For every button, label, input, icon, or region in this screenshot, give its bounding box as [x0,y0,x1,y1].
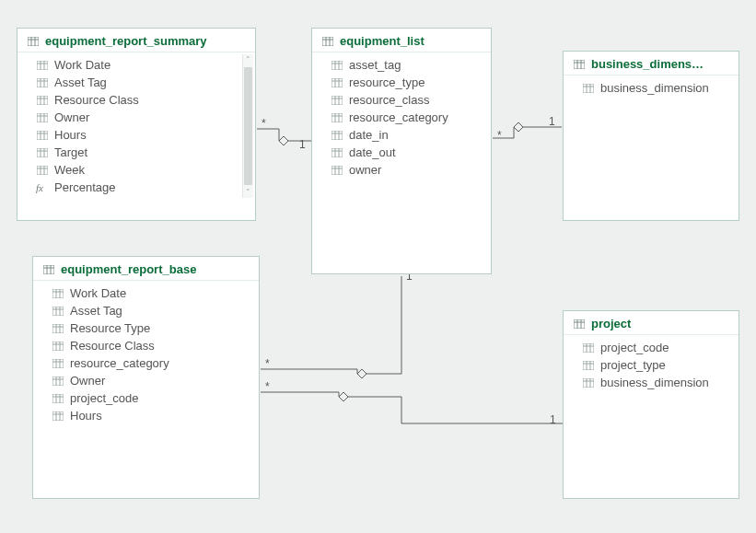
svg-rect-89 [52,342,64,351]
column-icon [36,60,49,71]
svg-rect-8 [37,78,48,87]
field-row[interactable]: Asset Tag [17,74,255,91]
scroll-thumb[interactable] [244,67,252,185]
svg-rect-0 [28,37,39,46]
column-icon [36,77,49,88]
column-icon [582,83,595,94]
field-row[interactable]: fxPercentage [17,179,255,196]
field-row[interactable]: resource_category [33,354,259,372]
field-row[interactable]: project_code [33,389,259,407]
field-row[interactable]: date_in [312,126,491,144]
field-label: Hours [70,409,102,423]
table-icon [573,319,586,330]
table-title: project [591,317,631,330]
svg-rect-69 [583,84,594,93]
field-list: ˄ ˅ Work DateAsset TagResource ClassOwne… [17,52,255,200]
card-one: 1 [299,138,306,151]
field-row[interactable]: Hours [17,126,255,144]
column-icon [36,112,49,123]
column-icon [52,323,64,334]
field-label: resource_class [349,93,429,107]
field-label: Asset Tag [54,75,107,89]
field-row[interactable]: owner [312,161,491,179]
svg-rect-41 [331,78,343,87]
table-equipment-list[interactable]: equipment_list asset_tagresource_typeres… [311,28,492,274]
card-star: * [265,357,270,370]
column-icon [52,288,64,299]
svg-rect-33 [322,37,333,46]
field-label: Hours [54,128,87,142]
column-icon [36,147,49,158]
field-label: business_dimension [600,376,709,389]
field-row[interactable]: resource_class [312,91,491,109]
svg-rect-37 [331,61,343,70]
table-title: equipment_report_base [61,262,196,276]
column-icon [582,342,595,353]
field-label: date_in [349,128,389,142]
field-row[interactable]: asset_tag [312,56,491,74]
table-title: equipment_report_summary [45,34,207,48]
table-equipment-report-summary[interactable]: equipment_report_summary ˄ ˅ Work DateAs… [17,28,256,221]
svg-rect-109 [574,319,585,329]
column-icon [331,130,343,141]
svg-rect-57 [331,148,343,157]
field-row[interactable]: Owner [17,109,255,126]
card-one: 1 [549,115,555,128]
field-list: asset_tagresource_typeresource_classreso… [312,52,491,182]
table-project[interactable]: project project_codeproject_typebusiness… [563,310,739,499]
field-row[interactable]: date_out [312,144,491,161]
svg-rect-93 [52,359,64,368]
card-star: * [265,380,270,393]
column-icon [52,306,64,317]
field-row[interactable]: project_code [564,339,739,356]
column-icon [331,165,343,176]
column-icon [331,77,343,88]
svg-rect-97 [52,377,64,386]
field-row[interactable]: Week [17,161,255,179]
field-row[interactable]: Hours [33,407,259,424]
svg-text:fx: fx [36,182,43,193]
column-icon [36,130,49,141]
field-label: Resource Class [70,339,155,353]
field-row[interactable]: resource_type [312,74,491,91]
diagram-canvas[interactable]: { "tables": { "summary": { "title": "equ… [0,0,756,533]
scroll-up-icon[interactable]: ˄ [243,54,253,65]
svg-rect-73 [43,265,54,274]
svg-rect-49 [331,113,343,122]
table-equipment-report-base[interactable]: equipment_report_base Work DateAsset Tag… [32,256,260,499]
field-row[interactable]: Resource Class [33,337,259,354]
field-row[interactable]: business_dimension [564,374,739,391]
field-row[interactable]: Resource Class [17,91,255,109]
field-label: owner [349,163,381,177]
field-row[interactable]: Work Date [17,56,255,74]
table-icon [27,36,40,47]
svg-rect-61 [331,166,343,175]
scrollbar[interactable]: ˄ ˅ [242,54,253,198]
field-label: Resource Class [54,93,139,107]
field-list: project_codeproject_typebusiness_dimensi… [564,335,739,395]
field-row[interactable]: Work Date [33,284,259,302]
svg-rect-65 [574,60,585,69]
column-icon [52,393,64,404]
field-row[interactable]: Owner [33,372,259,389]
svg-rect-4 [37,61,48,70]
column-icon [331,95,343,106]
rel-base-project [261,392,563,423]
svg-rect-105 [52,411,64,421]
field-label: resource_category [70,356,169,370]
field-row[interactable]: resource_category [312,109,491,126]
svg-rect-12 [37,96,48,105]
field-row[interactable]: Asset Tag [33,302,259,319]
scroll-down-icon[interactable]: ˅ [243,187,253,198]
field-label: date_out [349,145,396,159]
field-row[interactable]: Resource Type [33,319,259,337]
card-one: 1 [550,413,556,426]
table-business-dimension[interactable]: business_dimens… business_dimension [563,51,739,221]
field-row[interactable]: business_dimension [564,79,739,97]
measure-icon: fx [36,182,49,193]
field-label: Percentage [54,180,116,194]
svg-rect-20 [37,131,48,140]
field-row[interactable]: project_type [564,356,739,374]
field-row[interactable]: Target [17,144,255,161]
field-label: project_type [600,358,666,372]
